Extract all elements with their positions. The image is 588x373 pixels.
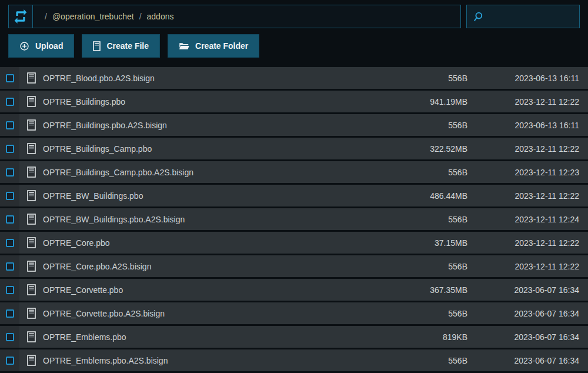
file-icon-cell bbox=[19, 190, 43, 201]
file-row[interactable]: OPTRE_Emblems.pbo.A2S.bisign 556B 2023-0… bbox=[0, 349, 588, 371]
file-icon bbox=[27, 166, 36, 178]
row-checkbox[interactable] bbox=[6, 98, 14, 106]
row-checkbox-cell[interactable] bbox=[0, 67, 19, 89]
row-checkbox[interactable] bbox=[6, 333, 14, 341]
file-icon-cell bbox=[19, 237, 43, 248]
row-checkbox-cell[interactable] bbox=[0, 326, 19, 348]
row-checkbox-cell[interactable] bbox=[0, 161, 19, 183]
file-name: OPTRE_BW_Buildings.pbo bbox=[43, 191, 379, 201]
file-icon-cell bbox=[19, 284, 43, 295]
row-checkbox-cell[interactable] bbox=[0, 185, 19, 207]
create-folder-button[interactable]: Create Folder bbox=[168, 34, 259, 58]
file-modified-date: 2023-12-11 12:22 bbox=[467, 97, 588, 106]
row-checkbox[interactable] bbox=[6, 121, 14, 129]
file-modified-date: 2023-06-07 16:34 bbox=[467, 285, 588, 295]
file-icon bbox=[27, 284, 36, 295]
file-icon-cell bbox=[19, 119, 43, 131]
row-checkbox-cell[interactable] bbox=[0, 208, 19, 230]
file-name: OPTRE_Blood.pbo.A2S.bisign bbox=[43, 74, 379, 83]
file-icon-cell bbox=[19, 355, 43, 366]
row-checkbox[interactable] bbox=[6, 357, 14, 365]
row-checkbox[interactable] bbox=[6, 168, 14, 176]
file-icon-cell bbox=[19, 143, 43, 154]
file-icon-cell bbox=[19, 261, 43, 272]
row-checkbox[interactable] bbox=[6, 262, 14, 271]
file-modified-date: 2023-12-11 12:23 bbox=[467, 168, 588, 177]
file-name: OPTRE_BW_Buildings.pbo.A2S.bisign bbox=[43, 215, 379, 224]
file-modified-date: 2023-12-11 12:22 bbox=[467, 238, 588, 248]
breadcrumb-segment-root-dir[interactable]: @operation_trebuchet bbox=[52, 12, 134, 21]
file-toolbar: Upload Create File Create Folder bbox=[0, 28, 588, 58]
breadcrumb-separator: / bbox=[45, 12, 47, 21]
file-row[interactable]: OPTRE_Buildings.pbo.A2S.bisign 556B 2023… bbox=[0, 114, 588, 136]
file-size: 37.15MB bbox=[379, 238, 467, 248]
row-checkbox-cell[interactable] bbox=[0, 232, 19, 254]
file-row[interactable]: OPTRE_Buildings_Camp.pbo.A2S.bisign 556B… bbox=[0, 161, 588, 183]
create-file-button[interactable]: Create File bbox=[82, 34, 160, 58]
file-row[interactable]: OPTRE_BW_Buildings.pbo.A2S.bisign 556B 2… bbox=[0, 208, 588, 230]
row-checkbox-cell[interactable] bbox=[0, 114, 19, 136]
row-checkbox-cell[interactable] bbox=[0, 279, 19, 301]
file-row[interactable]: OPTRE_Blood.pbo.A2S.bisign 556B 2023-06-… bbox=[0, 67, 588, 89]
breadcrumb-separator: / bbox=[139, 12, 142, 21]
file-icon bbox=[27, 190, 36, 201]
file-icon bbox=[27, 261, 36, 272]
top-bar: / @operation_trebuchet / addons bbox=[0, 0, 588, 28]
file-modified-date: 2023-06-07 16:34 bbox=[467, 332, 588, 342]
panel-logo[interactable] bbox=[9, 5, 33, 28]
file-icon-cell bbox=[19, 96, 43, 107]
file-icon bbox=[27, 237, 36, 248]
panel-logo-icon bbox=[13, 9, 28, 24]
file-icon-cell bbox=[19, 331, 43, 342]
file-modified-date: 2023-06-13 16:11 bbox=[467, 121, 588, 130]
file-icon-cell bbox=[19, 214, 43, 225]
file-row[interactable]: OPTRE_Emblems.pbo 819KB 2023-06-07 16:34 bbox=[0, 326, 588, 348]
file-icon bbox=[27, 72, 36, 84]
row-checkbox-cell[interactable] bbox=[0, 349, 19, 371]
row-checkbox[interactable] bbox=[6, 239, 14, 247]
path-bar: / @operation_trebuchet / addons bbox=[8, 5, 461, 28]
file-name: OPTRE_Emblems.pbo.A2S.bisign bbox=[43, 356, 379, 365]
create-folder-button-label: Create Folder bbox=[195, 41, 248, 51]
file-row[interactable]: OPTRE_Corvette.pbo 367.35MB 2023-06-07 1… bbox=[0, 279, 588, 301]
file-icon-cell bbox=[19, 72, 43, 84]
file-icon-cell bbox=[19, 308, 43, 319]
file-icon bbox=[27, 308, 36, 319]
file-name: OPTRE_Emblems.pbo bbox=[43, 332, 379, 342]
file-name: OPTRE_Core.pbo bbox=[43, 238, 379, 248]
upload-button[interactable]: Upload bbox=[8, 34, 74, 58]
file-icon bbox=[27, 143, 36, 154]
file-row[interactable]: OPTRE_Corvette.pbo.A2S.bisign 556B 2023-… bbox=[0, 302, 588, 324]
upload-button-label: Upload bbox=[35, 41, 63, 51]
file-icon bbox=[93, 41, 101, 51]
row-checkbox-cell[interactable] bbox=[0, 302, 19, 324]
file-modified-date: 2023-12-11 12:22 bbox=[467, 144, 588, 154]
row-checkbox[interactable] bbox=[6, 145, 14, 153]
search-box[interactable] bbox=[466, 5, 580, 28]
file-row[interactable]: OPTRE_Buildings_Camp.pbo 322.52MB 2023-1… bbox=[0, 138, 588, 159]
file-row[interactable]: OPTRE_Core.pbo 37.15MB 2023-12-11 12:22 bbox=[0, 232, 588, 254]
file-row[interactable]: OPTRE_BW_Buildings.pbo 486.44MB 2023-12-… bbox=[0, 185, 588, 207]
search-input[interactable] bbox=[489, 11, 573, 22]
file-name: OPTRE_Corvette.pbo.A2S.bisign bbox=[43, 309, 379, 318]
row-checkbox[interactable] bbox=[6, 74, 14, 82]
file-size: 556B bbox=[379, 262, 467, 271]
folder-icon bbox=[179, 42, 189, 51]
row-checkbox[interactable] bbox=[6, 286, 14, 294]
file-list: OPTRE_Blood.pbo.A2S.bisign 556B 2023-06-… bbox=[0, 67, 588, 371]
row-checkbox[interactable] bbox=[6, 215, 14, 224]
row-checkbox-cell[interactable] bbox=[0, 91, 19, 112]
row-checkbox[interactable] bbox=[6, 309, 14, 318]
row-checkbox[interactable] bbox=[6, 192, 14, 200]
file-size: 556B bbox=[379, 74, 467, 83]
row-checkbox-cell[interactable] bbox=[0, 255, 19, 277]
file-size: 556B bbox=[379, 168, 467, 177]
file-row[interactable]: OPTRE_Buildings.pbo 941.19MB 2023-12-11 … bbox=[0, 91, 588, 112]
file-row[interactable]: OPTRE_Core.pbo.A2S.bisign 556B 2023-12-1… bbox=[0, 255, 588, 277]
row-checkbox-cell[interactable] bbox=[0, 138, 19, 159]
breadcrumb-segment-current-dir[interactable]: addons bbox=[147, 12, 174, 21]
file-size: 556B bbox=[379, 356, 467, 365]
upload-icon bbox=[19, 41, 29, 51]
file-modified-date: 2023-06-07 16:34 bbox=[467, 309, 588, 318]
file-name: OPTRE_Buildings.pbo bbox=[43, 97, 379, 106]
